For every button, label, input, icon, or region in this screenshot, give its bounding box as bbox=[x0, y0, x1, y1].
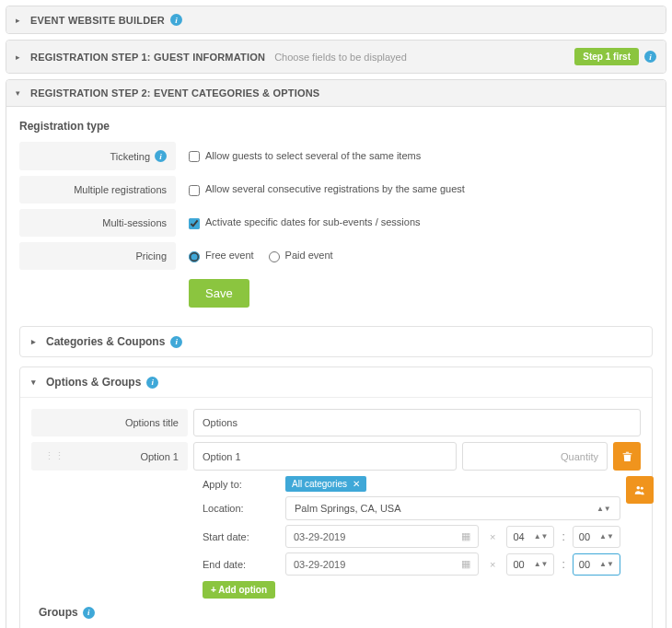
panel-header-step1[interactable]: ▸ REGISTRATION STEP 1: GUEST INFORMATION… bbox=[6, 41, 666, 73]
info-icon[interactable]: i bbox=[170, 336, 182, 348]
radio-text: Free event bbox=[205, 250, 254, 261]
row-multisessions: Multi-sessions Activate specific dates f… bbox=[19, 209, 653, 237]
save-button[interactable]: Save bbox=[189, 279, 249, 308]
panel-website-builder: ▸ EVENT WEBSITE BUILDER i bbox=[6, 6, 666, 34]
clear-icon[interactable]: × bbox=[486, 559, 499, 570]
label-apply-to: Apply to: bbox=[203, 479, 278, 490]
row-location: Location: Palm Springs, CA, USA ▲▼ bbox=[31, 496, 620, 520]
info-icon[interactable]: i bbox=[170, 14, 182, 26]
panel-header-website[interactable]: ▸ EVENT WEBSITE BUILDER i bbox=[6, 6, 666, 33]
subpanel-header-options[interactable]: ▾ Options & Groups i bbox=[20, 367, 652, 398]
users-icon bbox=[633, 483, 646, 496]
end-date-input[interactable]: 03-29-2019 ▦ bbox=[285, 552, 479, 576]
end-hour-select[interactable]: 00▲▼ bbox=[506, 553, 554, 576]
start-date-input[interactable]: 03-29-2019 ▦ bbox=[285, 525, 479, 548]
label-text: Multiple registrations bbox=[74, 184, 167, 195]
assign-category-button[interactable] bbox=[626, 476, 654, 504]
row-options-title: Options title bbox=[31, 409, 641, 436]
tag-text: All categories bbox=[292, 479, 347, 489]
info-icon[interactable]: i bbox=[146, 377, 158, 389]
multisessions-checkbox-label[interactable]: Activate specific dates for sub-events /… bbox=[189, 216, 421, 228]
delete-option-button[interactable] bbox=[613, 442, 641, 471]
info-icon[interactable]: i bbox=[83, 607, 95, 619]
label-ticketing: Ticketing i bbox=[19, 142, 176, 170]
ticketing-checkbox-label[interactable]: Allow guests to select several of the sa… bbox=[189, 150, 421, 162]
panel-header-step2[interactable]: ▾ REGISTRATION STEP 2: EVENT CATEGORIES … bbox=[6, 80, 666, 107]
info-icon[interactable]: i bbox=[644, 51, 656, 63]
multisessions-checkbox[interactable] bbox=[189, 218, 200, 229]
label-text: Pricing bbox=[135, 250, 167, 262]
chevron-right-icon: ▸ bbox=[16, 52, 25, 62]
section-heading: Registration type bbox=[19, 120, 653, 133]
trash-icon bbox=[621, 450, 633, 462]
chevron-right-icon: ▸ bbox=[31, 337, 41, 346]
label-pricing: Pricing bbox=[19, 242, 176, 270]
checkbox-text: Activate specific dates for sub-events /… bbox=[205, 216, 421, 227]
panel-title: EVENT WEBSITE BUILDER bbox=[30, 15, 165, 26]
pricing-paid-radio[interactable] bbox=[269, 251, 280, 262]
minute-value: 00 bbox=[579, 559, 590, 570]
multiple-checkbox-label[interactable]: Allow several consecutive registrations … bbox=[189, 183, 465, 195]
close-icon[interactable]: ✕ bbox=[353, 479, 360, 489]
location-input[interactable]: Palm Springs, CA, USA ▲▼ bbox=[285, 496, 620, 520]
svg-point-0 bbox=[636, 486, 640, 490]
label-text: Multi-sessions bbox=[102, 217, 167, 228]
drag-handle-icon[interactable]: ⋮⋮ bbox=[41, 450, 68, 462]
sort-icon: ▲▼ bbox=[534, 532, 549, 541]
hour-value: 04 bbox=[513, 531, 524, 542]
start-hour-select[interactable]: 04▲▼ bbox=[506, 526, 554, 548]
pricing-paid-label[interactable]: Paid event bbox=[269, 250, 333, 262]
row-end-date: End date: 03-29-2019 ▦ × 00▲▼ : 00▲▼ bbox=[31, 552, 620, 576]
start-minute-select[interactable]: 00▲▼ bbox=[573, 526, 620, 548]
ticketing-checkbox[interactable] bbox=[189, 151, 200, 162]
label-multisessions: Multi-sessions bbox=[19, 209, 176, 237]
location-value: Palm Springs, CA, USA bbox=[295, 503, 401, 514]
label-option-1: ⋮⋮ Option 1 bbox=[31, 442, 188, 471]
date-value: 03-29-2019 bbox=[294, 559, 345, 570]
calendar-icon: ▦ bbox=[461, 558, 470, 570]
subpanel-categories: ▸ Categories & Coupons i bbox=[19, 326, 653, 357]
multiple-checkbox[interactable] bbox=[189, 185, 200, 196]
time-colon: : bbox=[562, 530, 564, 543]
subpanel-header-categories[interactable]: ▸ Categories & Coupons i bbox=[20, 327, 652, 356]
option-quantity-input[interactable] bbox=[462, 442, 608, 471]
minute-value: 00 bbox=[579, 531, 590, 542]
checkbox-text: Allow several consecutive registrations … bbox=[205, 183, 465, 194]
pricing-free-radio[interactable] bbox=[189, 251, 200, 262]
row-start-date: Start date: 03-29-2019 ▦ × 04▲▼ : 00▲▼ bbox=[31, 525, 620, 548]
subpanel-title: Options & Groups bbox=[46, 376, 141, 389]
option-details-wrap: Apply to: All categories ✕ Location: Pal… bbox=[31, 476, 641, 599]
panel-title: REGISTRATION STEP 1: GUEST INFORMATION bbox=[30, 52, 265, 63]
subpanel-options-groups: ▾ Options & Groups i Options title ⋮⋮ Op… bbox=[19, 366, 653, 628]
checkbox-text: Allow guests to select several of the sa… bbox=[205, 150, 421, 161]
label-text: Ticketing bbox=[110, 151, 150, 162]
label-options-title: Options title bbox=[31, 409, 188, 436]
row-multiple: Multiple registrations Allow several con… bbox=[19, 176, 653, 204]
pricing-free-label[interactable]: Free event bbox=[189, 250, 254, 262]
registration-type-section: Registration type Ticketing i Allow gues… bbox=[6, 107, 666, 326]
label-text: Option 1 bbox=[140, 451, 179, 462]
info-icon[interactable]: i bbox=[155, 150, 167, 162]
end-minute-select[interactable]: 00▲▼ bbox=[573, 553, 620, 576]
panel-step1: ▸ REGISTRATION STEP 1: GUEST INFORMATION… bbox=[6, 40, 666, 74]
svg-point-1 bbox=[641, 487, 643, 490]
groups-heading: Groups i bbox=[39, 606, 641, 619]
label-multiple: Multiple registrations bbox=[19, 176, 176, 204]
radio-text: Paid event bbox=[285, 250, 333, 261]
groups-title-text: Groups bbox=[39, 606, 78, 619]
date-value: 03-29-2019 bbox=[294, 531, 345, 542]
add-option-button[interactable]: + Add option bbox=[203, 581, 275, 599]
label-start-date: Start date: bbox=[203, 531, 278, 542]
options-title-input[interactable] bbox=[193, 409, 641, 436]
time-colon: : bbox=[562, 558, 564, 571]
step1-first-badge[interactable]: Step 1 first bbox=[574, 48, 639, 65]
sort-icon: ▲▼ bbox=[599, 532, 614, 541]
chevron-right-icon: ▸ bbox=[16, 16, 25, 25]
clear-icon[interactable]: × bbox=[486, 531, 499, 542]
chevron-down-icon: ▾ bbox=[16, 88, 25, 98]
row-ticketing: Ticketing i Allow guests to select sever… bbox=[19, 142, 653, 170]
apply-to-tag[interactable]: All categories ✕ bbox=[285, 476, 366, 492]
option-name-input[interactable] bbox=[193, 442, 457, 471]
subpanel-title: Categories & Coupons bbox=[46, 335, 165, 348]
label-end-date: End date: bbox=[203, 559, 278, 570]
